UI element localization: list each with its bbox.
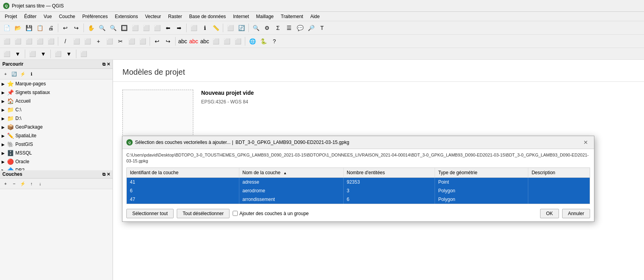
col-header-name[interactable]: Nom de la couche ▲ [239,168,343,178]
open-layer-btn[interactable]: ⬜ [225,23,235,33]
menu-projet[interactable]: Projet [2,13,20,20]
pan-prev-btn[interactable]: ⬅ [163,23,173,33]
cancel-btn[interactable]: Annuler [562,209,590,218]
zoom-layer-btn[interactable]: ⬜ [130,23,140,33]
col-header-type[interactable]: Type de géométrie [435,168,528,178]
digitize-btn-19[interactable]: ⬜ [211,36,221,46]
digitize-btn-3[interactable]: ⬜ [24,36,34,46]
menu-traitement[interactable]: Traitement [278,13,306,20]
browser-item[interactable]: ▶ 🐘 PostGIS [0,140,113,149]
digitize-btn-21[interactable]: ⬜ [233,36,243,46]
zoom-out-btn[interactable]: 🔍 [108,23,118,33]
menu-vue[interactable]: Vue [41,13,55,20]
save-project-btn[interactable]: 💾 [24,23,34,33]
col-header-count[interactable]: Nombre d'entitées [343,168,435,178]
browser-item[interactable]: ▶ 📁 D:\ [0,114,113,123]
digitize-btn-2[interactable]: ⬜ [13,36,23,46]
panel-float-icon[interactable]: ⧉ [102,62,105,67]
browser-item[interactable]: ▶ 📦 GeoPackage [0,123,113,131]
menu-internet[interactable]: Internet [230,13,252,20]
digitize-btn-12[interactable]: ⬜ [126,36,137,46]
refresh-btn[interactable]: 🔄 [236,23,246,33]
small-btn-dropdown-3[interactable]: ▼ [64,49,74,59]
zoom-full-btn[interactable]: 🔲 [119,23,129,33]
deselect-all-btn[interactable]: Tout désélectionner [177,209,229,218]
select-all-btn[interactable]: Sélectionner tout [126,209,174,218]
calc-btn[interactable]: ☰ [284,23,294,33]
small-btn-2[interactable]: ⬜ [27,49,37,59]
pan-map-btn[interactable]: ⬜ [152,23,162,33]
zoom-selection-btn[interactable]: ⬜ [141,23,151,33]
menu-extensions[interactable]: Extensions [112,13,141,20]
digitize-btn-5[interactable]: ⬜ [46,36,56,46]
table-row[interactable]: 47 arrondissement 6 Polygon [127,195,590,204]
sigma-btn[interactable]: Σ [273,23,283,33]
digitize-btn-16[interactable]: abc [178,36,188,46]
layers-up-btn[interactable]: ↑ [28,180,35,188]
browser-item[interactable]: ▶ 🔷 DB2 [0,166,113,170]
browser-item[interactable]: ▶ 🔴 Oracle [0,157,113,166]
digitize-btn-9[interactable]: + [93,36,104,46]
small-btn-3[interactable]: ⬜ [53,49,63,59]
print-btn[interactable]: 🖨 [46,23,56,33]
menu-editer[interactable]: Éditer [21,13,39,20]
layers-float-icon[interactable]: ⧉ [102,172,105,177]
help-btn[interactable]: ? [269,36,279,46]
col-header-desc[interactable]: Description [528,168,590,178]
undo-btn[interactable]: ↩ [60,23,70,33]
browser-item[interactable]: ▶ 📌 Signets spatiaux [0,88,113,97]
new-project-btn[interactable]: 📄 [2,23,12,33]
template-card-empty[interactable] [122,90,193,137]
browser-item[interactable]: ▶ ⭐ Marque-pages [0,79,113,88]
digitize-btn-8[interactable]: ⬜ [82,36,93,46]
browser-add-btn[interactable]: + [2,70,9,78]
identify-btn[interactable]: ℹ [200,23,210,33]
redo-btn[interactable]: ↪ [71,23,81,33]
browser-info-btn[interactable]: ℹ [28,70,35,78]
browser-item[interactable]: ▶ ✏️ SpatiaLite [0,131,113,140]
browser-item[interactable]: ▶ 🏠 Accueil [0,97,113,105]
table-row[interactable]: 41 adresse 92353 Point [127,177,590,186]
browser-item[interactable]: ▶ 🗄️ MSSQL [0,149,113,157]
browser-refresh-btn[interactable]: 🔄 [10,70,18,78]
small-btn-1[interactable]: ⬜ [2,49,12,59]
menu-base-de-donnees[interactable]: Base de données [186,13,229,20]
layers-close-icon[interactable]: ✕ [107,172,110,177]
text-btn[interactable]: T [317,23,327,33]
menu-raster[interactable]: Raster [165,13,185,20]
tips-btn[interactable]: 💬 [295,23,305,33]
col-header-id[interactable]: Identifiant de la couche [127,168,239,178]
digitize-btn-20[interactable]: ⬜ [222,36,232,46]
select-feature-btn[interactable]: ⬜ [189,23,199,33]
python-btn[interactable]: 🐍 [258,36,268,46]
digitize-btn-17[interactable]: abc [189,36,199,46]
digitize-btn-11[interactable]: ✂ [115,36,126,46]
digitize-btn-14[interactable]: ↩ [152,36,162,46]
layers-filter-btn[interactable]: ⚡ [19,180,27,188]
layers-down-btn[interactable]: ↓ [36,180,44,188]
measure-btn[interactable]: 📏 [211,23,221,33]
settings-btn[interactable]: ⚙ [262,23,272,33]
small-btn-dropdown-2[interactable]: ▼ [38,49,48,59]
digitize-btn-10[interactable]: ⬜ [104,36,115,46]
digitize-btn-15[interactable]: ↪ [163,36,173,46]
menu-vecteur[interactable]: Vecteur [142,13,164,20]
browser-filter-btn[interactable]: ⚡ [19,70,27,78]
modal-close-btn[interactable]: ✕ [581,138,590,146]
browser-item[interactable]: ▶ 📁 C:\ [0,105,113,114]
menu-preferences[interactable]: Préférences [79,13,111,20]
search-btn[interactable]: 🔎 [306,23,316,33]
zoom-in-btn[interactable]: 🔍 [97,23,107,33]
pan-next-btn[interactable]: ➡ [174,23,184,33]
save-as-btn[interactable]: 📋 [35,23,45,33]
digitize-btn-1[interactable]: ⬜ [2,36,12,46]
ok-btn[interactable]: OK [540,209,559,218]
digitize-btn-18[interactable]: abc [200,36,210,46]
digitize-btn-4[interactable]: ⬜ [35,36,45,46]
add-to-group-checkbox[interactable] [233,211,238,216]
menu-aide[interactable]: Aide [307,13,323,20]
layers-add-btn[interactable]: + [2,180,9,188]
layers-remove-btn[interactable]: − [10,180,18,188]
digitize-btn-6[interactable]: / [60,36,70,46]
open-project-btn[interactable]: 📂 [13,23,23,33]
